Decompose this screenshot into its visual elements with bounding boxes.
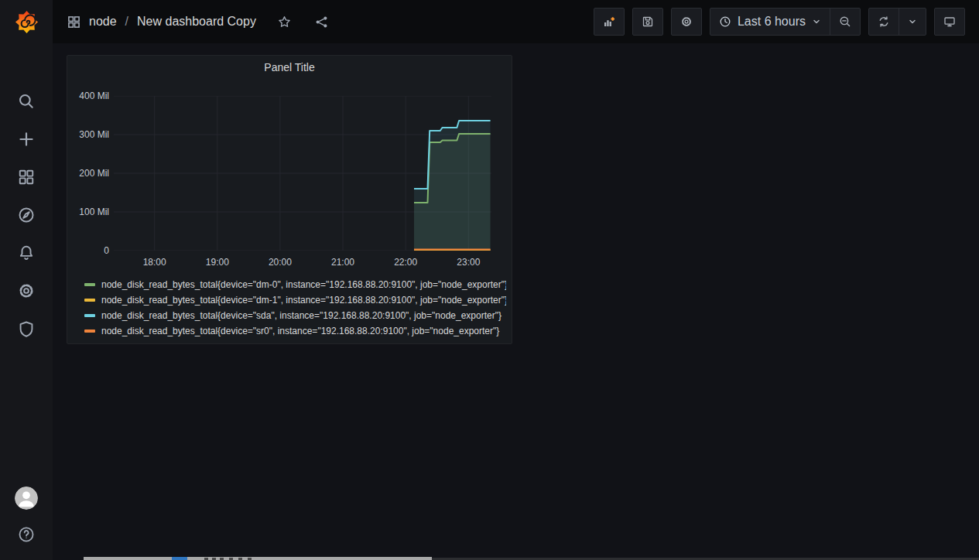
plus-icon bbox=[18, 131, 35, 148]
legend-item[interactable]: node_disk_read_bytes_total{device="dm-0"… bbox=[84, 277, 506, 292]
graph-plus-icon bbox=[603, 15, 615, 28]
question-circle-icon bbox=[18, 526, 35, 543]
legend: node_disk_read_bytes_total{device="dm-0"… bbox=[84, 277, 506, 339]
legend-label: node_disk_read_bytes_total{device="sda",… bbox=[101, 310, 501, 321]
sidebar-item-help[interactable] bbox=[18, 526, 35, 543]
sidebar-item-configuration[interactable] bbox=[18, 282, 35, 299]
gear-icon bbox=[680, 15, 693, 28]
panel-title: Panel Title bbox=[264, 61, 314, 73]
zoom-out-icon bbox=[839, 15, 851, 28]
chevron-down-icon bbox=[812, 17, 821, 26]
sidebar-item-explore[interactable] bbox=[18, 207, 35, 224]
cycle-view-mode-button[interactable] bbox=[934, 8, 965, 36]
time-range-label: Last 6 hours bbox=[738, 15, 806, 29]
refresh-group bbox=[868, 8, 926, 36]
x-tick-label: 22:00 bbox=[394, 257, 417, 268]
sidebar-item-search[interactable] bbox=[18, 93, 35, 110]
save-dashboard-button[interactable] bbox=[632, 8, 663, 36]
y-axis-labels: 400 Mil300 Mil200 Mil100 Mil0 bbox=[67, 96, 109, 251]
y-tick-label: 300 Mil bbox=[67, 128, 109, 141]
y-tick-label: 200 Mil bbox=[67, 167, 109, 179]
x-tick-label: 23:00 bbox=[457, 257, 480, 268]
panel: Panel Title 400 Mil300 Mil200 Mil100 Mil… bbox=[67, 55, 512, 344]
legend-item[interactable]: node_disk_read_bytes_total{device="dm-1"… bbox=[84, 292, 506, 308]
grafana-flame-icon bbox=[15, 10, 39, 34]
breadcrumb-dashboard-title[interactable]: New dashboard Copy bbox=[137, 15, 256, 29]
background-window-edge bbox=[0, 556, 979, 560]
shield-icon bbox=[18, 320, 35, 337]
taskbar-sliver-highlight bbox=[172, 557, 187, 560]
grafana-logo[interactable] bbox=[0, 0, 53, 43]
taskbar-sliver bbox=[84, 557, 432, 560]
time-picker-group: Last 6 hours bbox=[710, 8, 861, 36]
y-tick-label: 100 Mil bbox=[67, 206, 109, 218]
x-tick-label: 20:00 bbox=[269, 257, 292, 268]
refresh-interval-dropdown[interactable] bbox=[899, 9, 926, 35]
breadcrumb-folder[interactable]: node bbox=[89, 15, 117, 29]
legend-item[interactable]: node_disk_read_bytes_total{device="sr0",… bbox=[84, 323, 506, 339]
gear-icon bbox=[18, 282, 35, 299]
star-icon[interactable] bbox=[278, 15, 291, 29]
time-range-picker[interactable]: Last 6 hours bbox=[710, 9, 830, 35]
legend-swatch bbox=[84, 299, 95, 302]
refresh-icon bbox=[878, 15, 890, 28]
user-avatar[interactable] bbox=[15, 487, 38, 510]
breadcrumb-separator: / bbox=[125, 15, 128, 29]
monitor-icon bbox=[943, 15, 956, 28]
legend-swatch bbox=[84, 283, 95, 286]
sidebar-bottom bbox=[0, 487, 53, 560]
apps-icon bbox=[67, 15, 80, 29]
sidebar-item-alerting[interactable] bbox=[18, 244, 35, 261]
x-tick-label: 18:00 bbox=[143, 257, 166, 268]
plot-area[interactable] bbox=[114, 96, 491, 251]
dashboard-settings-button[interactable] bbox=[671, 8, 702, 36]
legend-swatch bbox=[84, 314, 95, 317]
save-icon bbox=[642, 15, 654, 28]
breadcrumb: node / New dashboard Copy bbox=[67, 15, 328, 29]
x-tick-label: 21:00 bbox=[331, 257, 354, 268]
y-tick-label: 400 Mil bbox=[67, 90, 109, 102]
clock-icon bbox=[719, 15, 731, 28]
x-tick-label: 19:00 bbox=[206, 257, 229, 268]
legend-swatch bbox=[84, 330, 95, 333]
y-tick-label: 0 bbox=[67, 244, 109, 257]
sidebar bbox=[0, 0, 53, 560]
search-icon bbox=[18, 93, 35, 110]
zoom-out-time-button[interactable] bbox=[830, 9, 860, 35]
panel-header[interactable]: Panel Title bbox=[67, 56, 512, 79]
add-panel-button[interactable] bbox=[594, 8, 625, 36]
legend-label: node_disk_read_bytes_total{device="sr0",… bbox=[101, 326, 499, 336]
compass-icon bbox=[18, 207, 35, 224]
sidebar-item-create[interactable] bbox=[18, 131, 35, 148]
bell-icon bbox=[18, 244, 35, 261]
apps-icon bbox=[18, 169, 35, 186]
sidebar-nav bbox=[18, 43, 35, 337]
toolbar: Last 6 hours bbox=[594, 8, 965, 36]
chevron-down-icon bbox=[908, 17, 917, 26]
legend-label: node_disk_read_bytes_total{device="dm-1"… bbox=[101, 295, 506, 306]
share-icon[interactable] bbox=[315, 15, 328, 29]
sidebar-item-dashboards[interactable] bbox=[18, 169, 35, 186]
chart-svg bbox=[114, 96, 491, 251]
legend-item[interactable]: node_disk_read_bytes_total{device="sda",… bbox=[84, 308, 506, 323]
refresh-button[interactable] bbox=[869, 9, 899, 35]
sidebar-item-server-admin[interactable] bbox=[18, 320, 35, 337]
dashboard-header: node / New dashboard Copy Last 6 hours bbox=[53, 0, 979, 43]
x-axis-labels: 18:0019:0020:0021:0022:0023:00 bbox=[114, 257, 491, 269]
avatar-icon bbox=[15, 487, 38, 510]
legend-label: node_disk_read_bytes_total{device="dm-0"… bbox=[101, 279, 506, 290]
